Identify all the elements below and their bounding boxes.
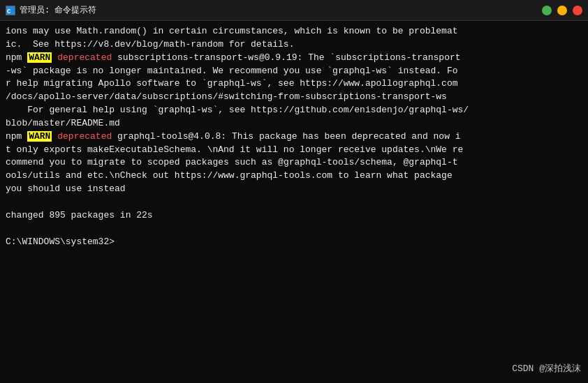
- svg-text:C: C: [7, 8, 11, 15]
- title-bar: C 管理员: 命令提示符: [0, 0, 588, 21]
- terminal-body[interactable]: ions may use Math.random() in certain ci…: [0, 21, 588, 383]
- terminal-output: ions may use Math.random() in certain ci…: [6, 25, 582, 248]
- title-bar-left: C 管理员: 命令提示符: [6, 4, 96, 16]
- title-bar-title: 管理员: 命令提示符: [20, 4, 96, 16]
- watermark: CSDN @深拍浅沫: [512, 362, 581, 375]
- window: C 管理员: 命令提示符 ions may use Math.random() …: [0, 0, 588, 383]
- cmd-icon: C: [6, 6, 15, 15]
- title-bar-controls: [542, 6, 582, 15]
- maximize-button[interactable]: [542, 6, 552, 15]
- minimize-button[interactable]: [557, 6, 567, 15]
- close-button[interactable]: [573, 6, 582, 15]
